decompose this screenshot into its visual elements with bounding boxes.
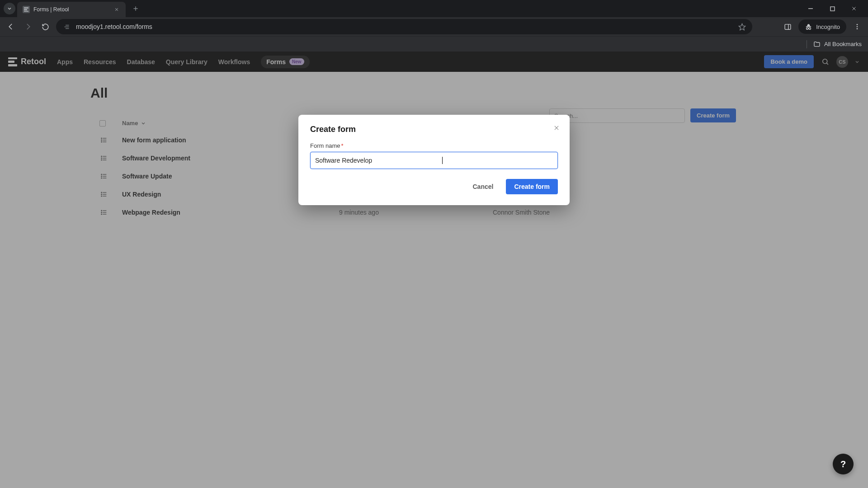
window-maximize-button[interactable] (826, 2, 839, 15)
tab-title: Forms | Retool (33, 6, 109, 13)
window-minimize-button[interactable] (804, 2, 817, 15)
site-info-icon[interactable] (62, 23, 71, 31)
svg-rect-1 (24, 9, 27, 10)
tab-search-button[interactable] (4, 3, 15, 14)
svg-point-18 (809, 27, 811, 29)
form-name-input[interactable] (310, 152, 558, 169)
new-tab-button[interactable] (129, 2, 142, 15)
side-panel-button[interactable] (781, 20, 794, 33)
svg-point-21 (857, 26, 858, 28)
svg-rect-0 (24, 7, 28, 9)
tab-close-button[interactable] (113, 6, 120, 13)
nav-forward-button[interactable] (22, 20, 34, 33)
window-close-button[interactable] (847, 2, 861, 15)
omnibox-url: moodjoy1.retool.com/forms (76, 23, 732, 30)
question-mark-icon: ? (840, 459, 846, 469)
browser-tab[interactable]: Forms | Retool (17, 2, 126, 17)
cancel-button[interactable]: Cancel (466, 179, 500, 194)
bookmark-star-icon[interactable] (738, 23, 746, 31)
browser-menu-button[interactable] (851, 20, 863, 33)
page-viewport: Retool Apps Resources Database Query Lib… (0, 52, 868, 488)
nav-reload-button[interactable] (39, 20, 52, 33)
browser-toolbar: moodjoy1.retool.com/forms Incognito (0, 17, 868, 36)
modal-overlay[interactable]: Create form Form name* Cancel Create for… (0, 52, 868, 488)
bookmarks-bar: All Bookmarks (0, 36, 868, 52)
svg-point-22 (857, 28, 858, 29)
browser-tabstrip: Forms | Retool (0, 0, 868, 17)
modal-actions: Cancel Create form (310, 179, 558, 194)
form-name-label: Form name* (310, 142, 558, 149)
nav-back-button[interactable] (5, 20, 17, 33)
svg-point-17 (807, 27, 808, 29)
svg-marker-14 (739, 23, 745, 30)
modal-title: Create form (310, 125, 558, 134)
omnibox[interactable]: moodjoy1.retool.com/forms (56, 19, 752, 34)
text-cursor (442, 157, 443, 164)
incognito-label: Incognito (816, 23, 840, 30)
incognito-chip[interactable]: Incognito (798, 19, 846, 34)
submit-create-form-button[interactable]: Create form (506, 179, 558, 194)
divider (807, 40, 807, 48)
svg-point-20 (857, 24, 858, 25)
incognito-icon (805, 23, 812, 31)
all-bookmarks-link[interactable]: All Bookmarks (824, 41, 862, 47)
tab-favicon (23, 6, 30, 13)
form-name-label-text: Form name (310, 142, 340, 149)
svg-rect-8 (830, 7, 835, 11)
create-form-modal: Create form Form name* Cancel Create for… (298, 115, 570, 205)
modal-close-button[interactable] (552, 123, 561, 133)
required-asterisk: * (341, 142, 343, 149)
window-controls (804, 2, 864, 15)
svg-rect-2 (24, 11, 28, 12)
svg-rect-15 (785, 24, 791, 29)
folder-icon (813, 41, 821, 48)
help-fab[interactable]: ? (833, 454, 854, 474)
